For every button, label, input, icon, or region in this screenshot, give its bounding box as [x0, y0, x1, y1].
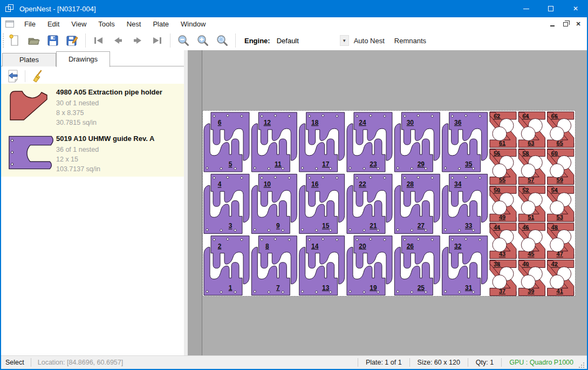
chevron-down-icon[interactable]: ▼	[340, 35, 349, 46]
last-plate-button[interactable]	[147, 32, 167, 49]
menu-plate[interactable]: Plate	[147, 18, 175, 30]
svg-text:49: 49	[499, 214, 505, 220]
status-qty: Qty: 1	[468, 359, 501, 366]
clear-button[interactable]	[30, 69, 46, 84]
purple-part-pair[interactable]: 3433	[442, 174, 488, 233]
drawing-list-item[interactable]: 4980 A05 Extraction pipe holder 30 of 1 …	[1, 84, 184, 130]
svg-text:61: 61	[499, 140, 505, 146]
resize-grip[interactable]	[579, 362, 585, 369]
red-part-pair[interactable]: 5453	[548, 186, 574, 221]
red-part-pair[interactable]: 4039	[518, 260, 545, 295]
purple-part-pair[interactable]: 1615	[299, 174, 345, 233]
zoom-fit-icon	[216, 34, 229, 47]
open-button[interactable]	[24, 32, 43, 49]
red-part-pair[interactable]: 5049	[490, 186, 516, 221]
purple-part-pair[interactable]: 1817	[299, 112, 345, 172]
part-thumbnail	[8, 134, 55, 171]
purple-part-pair[interactable]: 3029	[394, 112, 440, 172]
purple-part-pair[interactable]: 3231	[442, 236, 488, 295]
plate[interactable]: 6512111817242330293635431091615222128273…	[203, 111, 575, 296]
remnants-button[interactable]: Remnants	[389, 33, 431, 48]
purple-part-pair[interactable]: 1211	[251, 112, 297, 172]
red-part-pair[interactable]: 5655	[490, 149, 516, 185]
minimize-button[interactable]	[514, 0, 538, 17]
maximize-button[interactable]	[538, 0, 563, 17]
return-part-button[interactable]	[5, 69, 22, 84]
zoom-out-button[interactable]	[174, 32, 193, 49]
svg-text:32: 32	[454, 243, 462, 250]
red-part-pair[interactable]: 4443	[490, 223, 516, 259]
save-button[interactable]	[43, 32, 63, 49]
menu-view[interactable]: View	[65, 18, 92, 30]
svg-text:47: 47	[557, 251, 563, 257]
red-part-pair[interactable]: 4645	[518, 223, 545, 259]
purple-part-pair[interactable]: 1413	[299, 236, 345, 295]
purple-part-pair[interactable]: 2827	[394, 174, 440, 233]
next-plate-button[interactable]	[128, 32, 147, 49]
engine-combobox[interactable]: Default ▼	[275, 34, 349, 47]
zoom-in-button[interactable]	[193, 32, 213, 49]
status-gpu: GPU : Quadro P1000	[502, 359, 579, 366]
drawing-size: 8 x 8.375	[56, 108, 162, 118]
drawing-title: 4980 A05 Extraction pipe holder	[56, 88, 162, 96]
menu-tools[interactable]: Tools	[92, 18, 120, 30]
svg-text:17: 17	[322, 160, 330, 168]
window-border	[0, 17, 1, 370]
purple-part-pair[interactable]: 3635	[442, 112, 488, 172]
red-part-pair[interactable]: 6261	[490, 112, 516, 147]
close-button[interactable]: ✕	[563, 0, 588, 17]
red-part-pair[interactable]: 6463	[518, 112, 545, 147]
document-icon[interactable]	[5, 21, 14, 28]
save-as-button[interactable]	[63, 32, 82, 49]
mdi-restore-button[interactable]	[560, 19, 571, 29]
menu-file[interactable]: File	[18, 18, 42, 30]
purple-part-pair[interactable]: 87	[251, 236, 297, 295]
tab-plates[interactable]: Plates	[2, 53, 56, 66]
svg-text:55: 55	[499, 177, 505, 183]
previous-plate-button[interactable]	[108, 32, 128, 49]
svg-text:40: 40	[522, 261, 529, 267]
nest-canvas[interactable]: 6512111817242330293635431091615222128273…	[202, 50, 587, 355]
first-plate-button[interactable]	[89, 32, 108, 49]
menu-edit[interactable]: Edit	[42, 18, 65, 30]
menu-bar: File Edit View Tools Nest Plate Window ✕	[1, 17, 587, 31]
red-part-pair[interactable]: 3837	[490, 260, 516, 295]
svg-text:15: 15	[322, 222, 330, 230]
purple-part-pair[interactable]: 65	[204, 112, 249, 172]
save-icon	[46, 34, 59, 47]
red-part-pair[interactable]: 5251	[518, 186, 545, 221]
svg-text:36: 36	[454, 119, 462, 126]
tab-drawings[interactable]: Drawings	[56, 51, 110, 67]
status-plate: Plate: 1 of 1	[358, 359, 409, 366]
svg-text:60: 60	[551, 150, 558, 157]
purple-part-pair[interactable]: 2221	[347, 174, 392, 233]
menu-window[interactable]: Window	[175, 18, 211, 30]
purple-part-pair[interactable]: 2019	[347, 236, 392, 295]
red-part-pair[interactable]: 4847	[548, 223, 574, 259]
svg-text:29: 29	[418, 160, 425, 168]
auto-nest-button[interactable]: Auto Nest	[349, 33, 389, 48]
purple-part-pair[interactable]: 2423	[347, 112, 392, 172]
red-part-pair[interactable]: 6059	[548, 149, 574, 185]
red-part-pair[interactable]: 6665	[548, 112, 574, 147]
panel-separator	[25, 70, 25, 82]
minimize-icon	[523, 9, 529, 9]
svg-text:21: 21	[370, 222, 377, 230]
drawing-title: 5019 A10 UHMW guide Rev. A	[56, 134, 154, 143]
mdi-minimize-button[interactable]	[547, 19, 558, 29]
svg-text:46: 46	[522, 224, 529, 231]
title-bar: OpenNest - [N0317-004] ✕	[0, 0, 588, 17]
new-button[interactable]	[4, 32, 24, 49]
drawing-list-item[interactable]: 5019 A10 UHMW guide Rev. A 36 of 1 neste…	[1, 130, 184, 177]
zoom-fit-button[interactable]	[213, 32, 232, 49]
purple-part-pair[interactable]: 109	[251, 174, 297, 233]
red-part-pair[interactable]: 4241	[548, 260, 574, 295]
mdi-close-button[interactable]: ✕	[573, 19, 584, 29]
purple-part-pair[interactable]: 43	[204, 174, 249, 233]
red-part-pair[interactable]: 5857	[518, 149, 545, 185]
purple-part-pair[interactable]: 2625	[394, 236, 440, 295]
menu-nest[interactable]: Nest	[121, 18, 147, 30]
svg-text:50: 50	[494, 187, 500, 193]
purple-part-pair[interactable]: 21	[204, 236, 249, 295]
toolbar-separator	[235, 33, 236, 48]
